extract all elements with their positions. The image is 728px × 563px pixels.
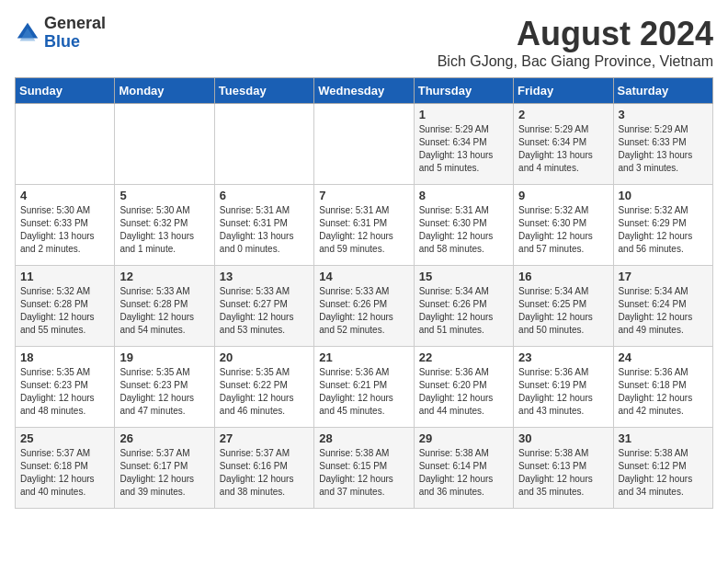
week-row-4: 18Sunrise: 5:35 AMSunset: 6:23 PMDayligh…	[16, 347, 713, 428]
weekday-header-saturday: Saturday	[613, 78, 712, 104]
day-number: 18	[20, 350, 109, 364]
day-cell: 17Sunrise: 5:34 AMSunset: 6:24 PMDayligh…	[613, 266, 712, 347]
day-cell: 30Sunrise: 5:38 AMSunset: 6:13 PMDayligh…	[514, 428, 613, 509]
day-cell: 9Sunrise: 5:32 AMSunset: 6:30 PMDaylight…	[514, 185, 613, 266]
day-number: 11	[20, 270, 109, 283]
day-number: 14	[319, 270, 408, 283]
weekday-header-sunday: Sunday	[16, 78, 115, 104]
day-number: 1	[419, 108, 508, 121]
day-info: Sunrise: 5:33 AMSunset: 6:27 PMDaylight:…	[220, 285, 309, 337]
day-cell: 29Sunrise: 5:38 AMSunset: 6:14 PMDayligh…	[414, 428, 513, 509]
day-cell: 7Sunrise: 5:31 AMSunset: 6:31 PMDaylight…	[314, 185, 414, 266]
day-info: Sunrise: 5:31 AMSunset: 6:30 PMDaylight:…	[419, 204, 508, 256]
day-number: 10	[619, 189, 708, 202]
day-info: Sunrise: 5:36 AMSunset: 6:20 PMDaylight:…	[419, 366, 508, 418]
week-row-3: 11Sunrise: 5:32 AMSunset: 6:28 PMDayligh…	[16, 266, 713, 347]
day-info: Sunrise: 5:33 AMSunset: 6:26 PMDaylight:…	[319, 285, 408, 337]
day-cell: 14Sunrise: 5:33 AMSunset: 6:26 PMDayligh…	[314, 266, 414, 347]
calendar-table: SundayMondayTuesdayWednesdayThursdayFrid…	[15, 77, 713, 509]
day-number: 17	[619, 270, 708, 283]
logo-icon	[15, 20, 40, 46]
day-info: Sunrise: 5:35 AMSunset: 6:23 PMDaylight:…	[20, 366, 109, 418]
day-info: Sunrise: 5:30 AMSunset: 6:33 PMDaylight:…	[20, 204, 109, 256]
day-cell: 23Sunrise: 5:36 AMSunset: 6:19 PMDayligh…	[514, 347, 613, 428]
day-cell: 19Sunrise: 5:35 AMSunset: 6:23 PMDayligh…	[115, 347, 214, 428]
day-number: 28	[319, 431, 408, 445]
day-cell	[214, 104, 313, 185]
day-number: 26	[119, 431, 209, 445]
day-info: Sunrise: 5:33 AMSunset: 6:28 PMDaylight:…	[119, 285, 209, 337]
day-number: 5	[119, 189, 209, 202]
day-number: 2	[518, 108, 608, 121]
day-info: Sunrise: 5:38 AMSunset: 6:15 PMDaylight:…	[319, 447, 408, 499]
title-block: August 2024 Bich GJong, Bac Giang Provin…	[438, 15, 713, 70]
day-cell: 8Sunrise: 5:31 AMSunset: 6:30 PMDaylight…	[414, 185, 513, 266]
day-info: Sunrise: 5:30 AMSunset: 6:32 PMDaylight:…	[119, 204, 209, 256]
day-cell: 24Sunrise: 5:36 AMSunset: 6:18 PMDayligh…	[613, 347, 712, 428]
weekday-header-thursday: Thursday	[414, 78, 513, 104]
day-info: Sunrise: 5:32 AMSunset: 6:30 PMDaylight:…	[518, 204, 608, 256]
day-number: 7	[319, 189, 408, 202]
day-number: 22	[419, 350, 508, 364]
day-info: Sunrise: 5:36 AMSunset: 6:21 PMDaylight:…	[319, 366, 408, 418]
day-info: Sunrise: 5:31 AMSunset: 6:31 PMDaylight:…	[220, 204, 309, 256]
day-cell: 18Sunrise: 5:35 AMSunset: 6:23 PMDayligh…	[16, 347, 115, 428]
day-cell: 12Sunrise: 5:33 AMSunset: 6:28 PMDayligh…	[115, 266, 214, 347]
day-cell: 11Sunrise: 5:32 AMSunset: 6:28 PMDayligh…	[16, 266, 115, 347]
day-cell: 16Sunrise: 5:34 AMSunset: 6:25 PMDayligh…	[514, 266, 613, 347]
month-title: August 2024	[438, 15, 713, 53]
day-number: 30	[518, 431, 608, 445]
day-number: 8	[419, 189, 508, 202]
day-cell: 27Sunrise: 5:37 AMSunset: 6:16 PMDayligh…	[214, 428, 313, 509]
day-info: Sunrise: 5:34 AMSunset: 6:26 PMDaylight:…	[419, 285, 508, 337]
day-number: 21	[319, 350, 408, 364]
day-info: Sunrise: 5:31 AMSunset: 6:31 PMDaylight:…	[319, 204, 408, 256]
day-cell: 2Sunrise: 5:29 AMSunset: 6:34 PMDaylight…	[514, 104, 613, 185]
day-cell: 20Sunrise: 5:35 AMSunset: 6:22 PMDayligh…	[214, 347, 313, 428]
day-number: 3	[619, 108, 708, 121]
weekday-header-friday: Friday	[514, 78, 613, 104]
day-cell: 21Sunrise: 5:36 AMSunset: 6:21 PMDayligh…	[314, 347, 414, 428]
day-info: Sunrise: 5:29 AMSunset: 6:34 PMDaylight:…	[419, 123, 508, 175]
day-info: Sunrise: 5:35 AMSunset: 6:23 PMDaylight:…	[119, 366, 209, 418]
day-cell: 13Sunrise: 5:33 AMSunset: 6:27 PMDayligh…	[214, 266, 313, 347]
day-info: Sunrise: 5:32 AMSunset: 6:29 PMDaylight:…	[619, 204, 708, 256]
day-number: 25	[20, 431, 109, 445]
day-cell: 6Sunrise: 5:31 AMSunset: 6:31 PMDaylight…	[214, 185, 313, 266]
day-cell: 22Sunrise: 5:36 AMSunset: 6:20 PMDayligh…	[414, 347, 513, 428]
day-number: 19	[119, 350, 209, 364]
day-info: Sunrise: 5:37 AMSunset: 6:16 PMDaylight:…	[220, 447, 309, 499]
day-number: 6	[220, 189, 309, 202]
day-cell	[16, 104, 115, 185]
day-cell: 1Sunrise: 5:29 AMSunset: 6:34 PMDaylight…	[414, 104, 513, 185]
day-info: Sunrise: 5:37 AMSunset: 6:17 PMDaylight:…	[119, 447, 209, 499]
day-info: Sunrise: 5:36 AMSunset: 6:19 PMDaylight:…	[518, 366, 608, 418]
day-number: 12	[119, 270, 209, 283]
logo-blue-text: Blue	[44, 33, 106, 52]
day-cell: 26Sunrise: 5:37 AMSunset: 6:17 PMDayligh…	[115, 428, 214, 509]
day-info: Sunrise: 5:37 AMSunset: 6:18 PMDaylight:…	[20, 447, 109, 499]
day-cell: 28Sunrise: 5:38 AMSunset: 6:15 PMDayligh…	[314, 428, 414, 509]
day-cell: 5Sunrise: 5:30 AMSunset: 6:32 PMDaylight…	[115, 185, 214, 266]
week-row-5: 25Sunrise: 5:37 AMSunset: 6:18 PMDayligh…	[16, 428, 713, 509]
day-number: 29	[419, 431, 508, 445]
page-header: General Blue August 2024 Bich GJong, Bac…	[15, 15, 713, 70]
day-number: 9	[518, 189, 608, 202]
day-info: Sunrise: 5:36 AMSunset: 6:18 PMDaylight:…	[619, 366, 708, 418]
weekday-header-tuesday: Tuesday	[214, 78, 313, 104]
day-cell	[115, 104, 214, 185]
week-row-1: 1Sunrise: 5:29 AMSunset: 6:34 PMDaylight…	[16, 104, 713, 185]
day-info: Sunrise: 5:32 AMSunset: 6:28 PMDaylight:…	[20, 285, 109, 337]
day-cell	[314, 104, 414, 185]
weekday-header-wednesday: Wednesday	[314, 78, 414, 104]
day-number: 31	[619, 431, 708, 445]
day-number: 27	[220, 431, 309, 445]
day-cell: 10Sunrise: 5:32 AMSunset: 6:29 PMDayligh…	[613, 185, 712, 266]
day-number: 23	[518, 350, 608, 364]
location-subtitle: Bich GJong, Bac Giang Province, Vietnam	[438, 53, 713, 70]
day-cell: 4Sunrise: 5:30 AMSunset: 6:33 PMDaylight…	[16, 185, 115, 266]
logo-general-text: General	[44, 15, 106, 33]
logo: General Blue	[15, 15, 106, 52]
day-info: Sunrise: 5:38 AMSunset: 6:12 PMDaylight:…	[619, 447, 708, 499]
day-info: Sunrise: 5:35 AMSunset: 6:22 PMDaylight:…	[220, 366, 309, 418]
